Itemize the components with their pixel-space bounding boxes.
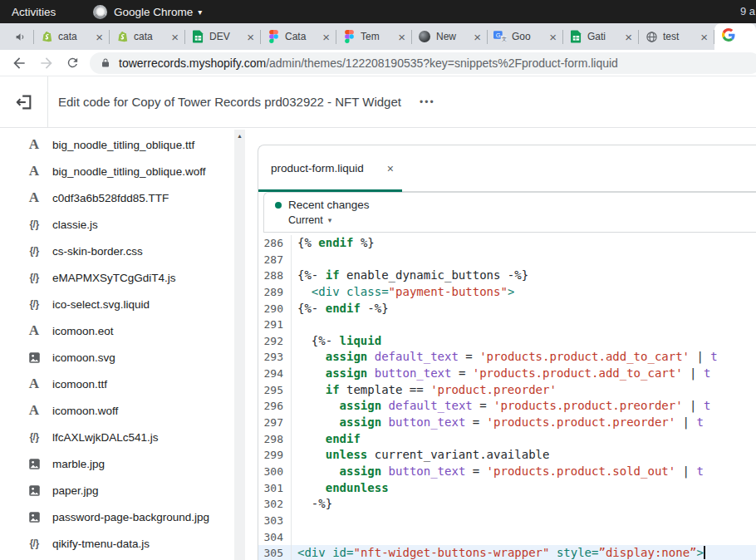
- activities-button[interactable]: Activities: [12, 6, 56, 18]
- file-name: lfcAXLwjkDALc541.js: [52, 431, 159, 444]
- line-number: 295: [258, 382, 292, 399]
- tab-close-icon[interactable]: ×: [549, 31, 557, 43]
- code-line: 302 -%}: [258, 496, 756, 513]
- file-item[interactable]: Aicomoon.woff: [0, 397, 258, 424]
- sidebar-scrollbar[interactable]: ▲: [234, 130, 245, 560]
- more-actions-button[interactable]: •••: [420, 96, 435, 108]
- tab-close-icon[interactable]: ×: [96, 31, 103, 43]
- unsaved-changes-dot-icon: [275, 202, 282, 209]
- file-item[interactable]: Abig_noodle_titling_oblique.woff: [0, 158, 258, 184]
- code-line-content: <div id="nft-widget-buttons-wrapper" sty…: [292, 545, 705, 560]
- reload-button[interactable]: [66, 56, 80, 70]
- close-icon[interactable]: ×: [387, 162, 394, 175]
- browser-tab[interactable]: DEV×: [185, 23, 260, 50]
- code-line-content: endunless: [292, 480, 389, 497]
- line-number: 299: [258, 447, 292, 464]
- file-name: ico-select.svg.liquid: [52, 298, 150, 311]
- exit-code-editor-button[interactable]: [15, 93, 33, 111]
- tab-label: test: [663, 31, 695, 42]
- back-button[interactable]: [11, 55, 27, 71]
- browser-tab[interactable]: cata×: [34, 23, 109, 50]
- text-cursor: [704, 546, 705, 559]
- gnome-top-bar: Activities Google Chrome ▾ 9 a: [0, 0, 756, 23]
- version-dropdown-value: Current: [288, 214, 323, 226]
- file-item[interactable]: {/}lfcAXLwjkDALc541.js: [0, 424, 258, 450]
- file-item[interactable]: icomoon.svg: [0, 344, 258, 371]
- browser-tab[interactable]: New×: [412, 23, 487, 50]
- file-item[interactable]: password-page-background.jpg: [0, 504, 258, 530]
- chevron-down-icon: ▾: [198, 7, 202, 17]
- svg-text:G: G: [496, 32, 501, 39]
- code-file-icon: {/}: [25, 245, 43, 257]
- file-item[interactable]: {/}ico-select.svg.liquid: [0, 291, 258, 317]
- header-divider: [47, 76, 48, 127]
- file-item[interactable]: {/}classie.js: [0, 211, 258, 238]
- image-file-icon: [25, 484, 43, 497]
- line-number: 304: [258, 529, 292, 546]
- code-line-content: [292, 529, 297, 546]
- file-item[interactable]: {/}cs-skin-border.css: [0, 238, 258, 264]
- figma-icon: [267, 30, 280, 43]
- file-name: icomoon.svg: [52, 351, 115, 364]
- scroll-up-arrow-icon[interactable]: ▲: [234, 130, 245, 139]
- file-name: icomoon.woff: [52, 405, 118, 417]
- font-file-icon: A: [25, 163, 43, 179]
- browser-tab-active[interactable]: [714, 23, 756, 50]
- tab-close-icon[interactable]: ×: [247, 31, 254, 43]
- file-item[interactable]: Aicomoon.eot: [0, 317, 258, 344]
- line-number: 303: [258, 513, 292, 529]
- file-item[interactable]: Abig_noodle_titling_oblique.ttf: [0, 131, 258, 158]
- code-line-content: [292, 317, 297, 333]
- editor-tab-bar: product-form.liquid ×: [258, 145, 756, 192]
- tab-divider: [184, 30, 185, 44]
- line-number: 296: [258, 398, 292, 415]
- file-item[interactable]: {/}qikify-tmenu-data.js: [0, 530, 258, 557]
- url-omnibox[interactable]: towerrecords.myshopify.com/admin/themes/…: [90, 52, 756, 74]
- code-line: 303: [258, 513, 756, 529]
- tab-close-icon[interactable]: ×: [474, 31, 481, 43]
- font-file-icon: A: [25, 376, 43, 392]
- tab-label: Tem: [361, 31, 393, 42]
- active-tab-underline: [258, 189, 402, 192]
- tab-close-icon[interactable]: ×: [171, 31, 179, 43]
- theme-file-sidebar: Abig_noodle_titling_oblique.ttfAbig_nood…: [0, 128, 258, 560]
- code-line-content: assign button_text = 'products.product.s…: [292, 464, 704, 480]
- font-file-icon: A: [25, 189, 43, 206]
- file-name: qikify-tmenu-data.js: [52, 538, 150, 550]
- editor-tab-product-form[interactable]: product-form.liquid ×: [258, 162, 394, 175]
- tab-close-icon[interactable]: ×: [700, 31, 708, 43]
- google-icon: [722, 28, 735, 45]
- version-dropdown[interactable]: Current ▾: [288, 214, 756, 226]
- tab-label: cata: [134, 31, 166, 42]
- file-item[interactable]: {/}eMAPMXSyTCgGdiT4.js: [0, 264, 258, 291]
- tab-label: Goo: [512, 31, 544, 42]
- editor-tab-filename: product-form.liquid: [271, 162, 364, 174]
- app-menu[interactable]: Google Chrome ▾: [93, 5, 202, 19]
- browser-tab[interactable]: cata×: [110, 23, 184, 50]
- file-item[interactable]: marble.jpg: [0, 450, 258, 477]
- browser-tab[interactable]: Gati×: [563, 23, 638, 50]
- browser-tab[interactable]: Tem×: [336, 23, 411, 50]
- file-name: c0df3a6b528fdd85.TTF: [52, 192, 169, 204]
- lock-icon[interactable]: [101, 57, 110, 68]
- tab-divider: [411, 30, 412, 44]
- tab-close-icon[interactable]: ×: [322, 31, 330, 43]
- browser-address-bar: towerrecords.myshopify.com/admin/themes/…: [0, 50, 756, 76]
- code-file-icon: {/}: [25, 298, 43, 310]
- code-editor-panel: product-form.liquid × Recent changes Cur…: [258, 145, 756, 560]
- code-area[interactable]: 286{% endif %}287288{%- if enable_dynami…: [258, 233, 756, 560]
- browser-tab[interactable]: test×: [639, 23, 714, 50]
- tab-close-icon[interactable]: ×: [398, 31, 405, 43]
- file-item[interactable]: Ac0df3a6b528fdd85.TTF: [0, 184, 258, 211]
- forward-button[interactable]: [38, 55, 55, 71]
- browser-tab[interactable]: G文Goo×: [488, 23, 562, 50]
- page-header: Edit code for Copy of Tower Records prd0…: [0, 76, 756, 128]
- file-name: marble.jpg: [52, 458, 105, 470]
- line-number: 290: [258, 301, 292, 317]
- file-name: password-page-background.jpg: [52, 511, 209, 523]
- tab-close-icon[interactable]: ×: [625, 31, 632, 43]
- line-number: 305: [258, 545, 292, 560]
- browser-tab[interactable]: Cata×: [261, 23, 336, 50]
- file-item[interactable]: Aicomoon.ttf: [0, 371, 258, 397]
- file-item[interactable]: paper.jpg: [0, 477, 258, 504]
